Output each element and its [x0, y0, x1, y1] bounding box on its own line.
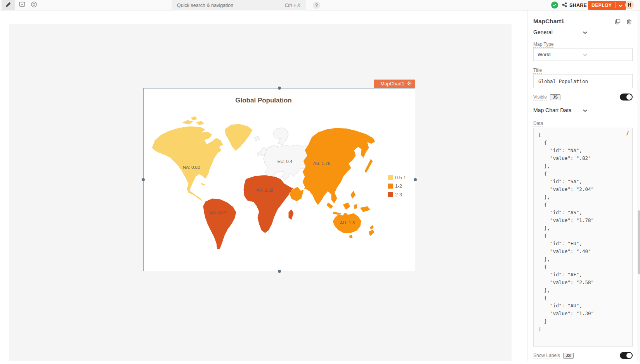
page-scrollbar[interactable] — [637, 10, 640, 364]
region-arctic-islands[interactable] — [181, 120, 194, 125]
widget-name-badge[interactable]: MapChart1 — [374, 80, 415, 88]
region-sulawesi[interactable] — [354, 204, 357, 209]
preview-eye-icon — [31, 1, 37, 9]
visible-js-toggle[interactable]: JS — [550, 94, 560, 100]
map-data-label-au: AU: 1.3 — [340, 220, 355, 225]
show-labels-label: Show Labels — [533, 353, 560, 358]
share-label: SHARE — [569, 3, 587, 8]
app-canvas[interactable]: MapChart1 Global Population — [9, 24, 512, 361]
region-philippines[interactable] — [350, 191, 356, 199]
chevron-down-icon — [583, 52, 628, 57]
quick-search-input[interactable]: Quick search & navigation Ctrl + K — [172, 0, 306, 10]
show-labels-switch[interactable] — [620, 352, 633, 359]
legend-swatch — [388, 175, 393, 180]
section-general-label: General — [533, 29, 583, 35]
section-data-label: Map Chart Data — [533, 107, 583, 113]
section-general[interactable]: General — [533, 28, 633, 36]
map-data-label-as: AS: 1.78 — [313, 161, 330, 166]
widget-frame: Global Population — [143, 88, 415, 271]
gear-icon[interactable] — [407, 81, 412, 87]
edit-mode-button[interactable] — [2, 0, 15, 10]
chart-title: Global Population — [235, 97, 291, 104]
legend-swatch — [388, 192, 393, 197]
region-north-america[interactable] — [152, 126, 223, 201]
app-builder: Quick search & navigation Ctrl + K ? SHA… — [0, 0, 640, 364]
map-data-label-na: NA: 0.82 — [183, 165, 200, 170]
widget-title: MapChart1 — [533, 18, 609, 25]
pencil-icon — [5, 2, 11, 9]
map-type-label: Map Type — [533, 42, 633, 47]
comments-button[interactable] — [17, 0, 27, 10]
comment-icon — [19, 1, 25, 9]
copy-widget-button[interactable] — [614, 18, 621, 25]
region-greenland[interactable] — [225, 124, 253, 151]
map-type-value: World — [538, 52, 583, 57]
visible-label: Visible — [533, 94, 547, 100]
delete-widget-button[interactable] — [626, 18, 633, 25]
help-button[interactable]: ? — [313, 2, 320, 9]
preview-mode-button[interactable] — [29, 0, 39, 10]
user-avatar[interactable]: H — [625, 1, 634, 9]
region-sumatra[interactable] — [326, 202, 333, 209]
legend-label: 0.5-1 — [395, 175, 406, 180]
chevron-down-icon — [583, 107, 633, 113]
data-label: Data — [533, 121, 633, 126]
switch-knob — [626, 353, 632, 358]
visible-switch[interactable] — [620, 94, 633, 101]
chevron-down-icon[interactable] — [619, 2, 623, 9]
scrollbar-thumb[interactable] — [638, 210, 640, 274]
region-madagascar[interactable] — [288, 209, 294, 220]
top-bar: Quick search & navigation Ctrl + K ? SHA… — [0, 0, 640, 10]
region-ireland[interactable] — [257, 152, 260, 156]
chevron-down-icon — [583, 29, 633, 35]
switch-knob — [626, 94, 632, 100]
legend-swatch — [388, 184, 393, 189]
region-new-zealand[interactable] — [368, 229, 375, 236]
region-caribbean[interactable] — [201, 183, 205, 186]
data-editor[interactable]: [ { "id": "NA", "value": ".82" }, { "id"… — [533, 128, 633, 347]
title-label: Title — [533, 68, 633, 73]
share-button[interactable]: SHARE — [562, 0, 587, 10]
resize-handle-left[interactable] — [142, 178, 145, 181]
data-editor-code[interactable]: [ { "id": "NA", "value": ".82" }, { "id"… — [538, 131, 628, 333]
save-status-badge — [551, 2, 558, 9]
deploy-divider — [615, 2, 616, 8]
share-icon — [562, 2, 567, 9]
region-south-america[interactable] — [203, 198, 236, 250]
deploy-label: DEPLOY — [591, 3, 612, 8]
map-type-select[interactable]: World — [533, 48, 633, 61]
legend-label: 1-2 — [395, 184, 402, 189]
region-arctic-islands[interactable] — [191, 116, 198, 121]
search-shortcut: Ctrl + K — [285, 3, 300, 8]
world-map-chart: Global Population — [144, 89, 415, 271]
resize-handle-right[interactable] — [414, 178, 417, 181]
legend-label: 2-3 — [395, 192, 402, 198]
property-pane: MapChart1 General Map Type World — [527, 10, 637, 364]
question-mark-icon: ? — [315, 3, 318, 8]
title-input[interactable] — [533, 74, 633, 88]
region-tasmania[interactable] — [349, 235, 353, 239]
resize-handle-bottom[interactable] — [278, 270, 281, 273]
region-arctic-islands[interactable] — [196, 121, 205, 125]
avatar-initial: H — [628, 2, 631, 8]
region-iceland[interactable] — [254, 136, 260, 141]
region-japan[interactable] — [364, 159, 373, 173]
search-placeholder: Quick search & navigation — [177, 3, 233, 8]
map-data-label-eu: EU: 0.4 — [278, 159, 293, 164]
region-new-guinea[interactable] — [360, 206, 371, 212]
widget-name-label: MapChart1 — [380, 81, 404, 87]
section-map-chart-data[interactable]: Map Chart Data — [533, 106, 633, 114]
resize-handle-top[interactable] — [278, 87, 281, 90]
region-borneo[interactable] — [343, 202, 350, 210]
region-scandinavia[interactable] — [273, 128, 288, 145]
expression-slash-icon[interactable]: / — [627, 130, 628, 137]
map-data-label-af: AF: 2.58 — [256, 188, 273, 192]
mapchart-widget[interactable]: MapChart1 Global Population — [143, 88, 415, 271]
show-labels-js-toggle[interactable]: JS — [563, 353, 574, 359]
map-legend: 0.5-11-22-3 — [388, 175, 406, 198]
deploy-button[interactable]: DEPLOY — [588, 1, 626, 10]
check-icon — [553, 2, 557, 9]
bottom-edge — [0, 361, 640, 364]
region-africa[interactable] — [243, 175, 295, 233]
map-data-label-sa: SA: 2.04 — [209, 210, 226, 215]
